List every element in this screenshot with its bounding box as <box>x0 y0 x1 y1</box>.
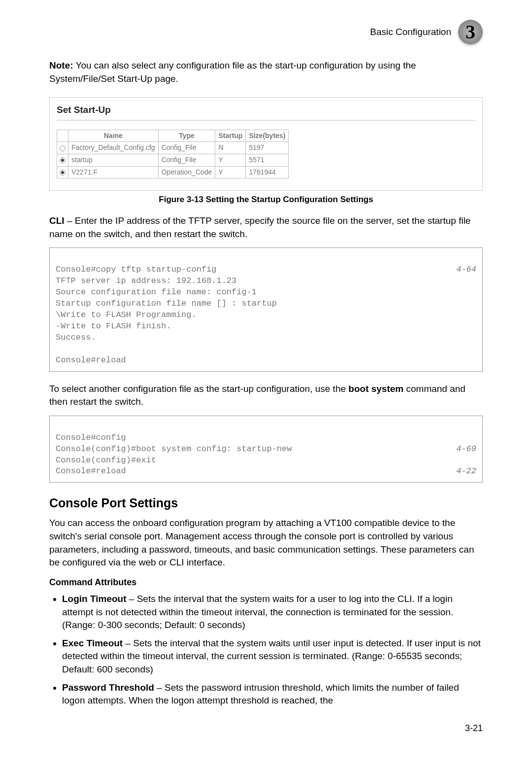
cell-type: Operation_Code <box>158 166 215 178</box>
page-header: Basic Configuration 3 <box>49 20 483 44</box>
code-text: Console#config <box>56 433 126 442</box>
cell-type: Config_File <box>158 154 215 166</box>
cell-size: 5197 <box>246 142 289 154</box>
attr-text: – Sets the interval that the system wait… <box>62 638 481 674</box>
cell-size: 5571 <box>246 154 289 166</box>
radio-icon <box>60 157 66 163</box>
startup-file-table: Name Type Startup Size(bytes) Factory_De… <box>57 130 289 178</box>
header-title: Basic Configuration <box>370 26 451 39</box>
table-row: V2271.FOperation_CodeY1761944 <box>57 166 289 178</box>
set-startup-panel: Set Start-Up Name Type Startup Size(byte… <box>49 97 483 191</box>
code-text: Console(config)#exit <box>56 456 156 465</box>
panel-title: Set Start-Up <box>57 104 475 117</box>
code-ref: 4-22 <box>456 466 476 477</box>
table-header-name: Name <box>68 130 159 142</box>
cell-name: Factory_Default_Config.cfg <box>68 142 159 154</box>
cell-name: startup <box>68 154 159 166</box>
table-header-startup: Startup <box>215 130 246 142</box>
list-item: Exec Timeout – Sets the interval that th… <box>62 637 483 676</box>
mid-before: To select another configuration file as … <box>49 384 348 394</box>
startup-radio[interactable] <box>57 154 68 166</box>
command-attributes-heading: Command Attributes <box>49 576 483 589</box>
list-item: Login Timeout – Sets the interval that t… <box>62 593 483 632</box>
code-text: Console#reload <box>56 466 126 477</box>
code-body: TFTP server ip address: 192.168.1.23 Sou… <box>56 276 277 365</box>
table-row: Factory_Default_Config.cfgConfig_FileN51… <box>57 142 289 154</box>
cell-startup: Y <box>215 154 246 166</box>
section-paragraph: You can access the onboard configuration… <box>49 517 483 569</box>
startup-radio[interactable] <box>57 166 68 178</box>
cell-size: 1761944 <box>246 166 289 178</box>
cli-intro: CLI – Enter the IP address of the TFTP s… <box>49 214 483 241</box>
code-text: Console(config)#boot system config: star… <box>56 444 292 455</box>
code-ref: 4-64 <box>456 264 476 276</box>
note-label: Note: <box>49 60 73 70</box>
code-text: Console#copy tftp startup-config <box>56 264 216 276</box>
note-text: You can also select any configuration fi… <box>49 60 416 84</box>
chapter-badge-icon: 3 <box>458 20 483 44</box>
section-heading: Console Port Settings <box>49 494 483 512</box>
mid-bold: boot system <box>348 384 403 394</box>
page-number: 3-21 <box>49 722 483 735</box>
cell-type: Config_File <box>158 142 215 154</box>
table-header-size: Size(bytes) <box>246 130 289 142</box>
code-block-1: Console#copy tftp startup-config4-64TFTP… <box>49 247 483 371</box>
cli-text: – Enter the IP address of the TFTP serve… <box>49 215 470 239</box>
mid-paragraph: To select another configuration file as … <box>49 383 483 409</box>
cell-startup: N <box>215 142 246 154</box>
radio-icon <box>60 145 66 151</box>
figure-caption: Figure 3-13 Setting the Startup Configur… <box>49 194 483 206</box>
table-header-type: Type <box>158 130 215 142</box>
cell-name: V2271.F <box>68 166 159 178</box>
radio-icon <box>60 170 66 176</box>
table-header-row: Name Type Startup Size(bytes) <box>57 130 289 142</box>
command-attributes-list: Login Timeout – Sets the interval that t… <box>49 593 483 707</box>
attr-label: Login Timeout <box>62 594 127 604</box>
table-row: startupConfig_FileY5571 <box>57 154 289 166</box>
startup-radio[interactable] <box>57 142 68 154</box>
attr-label: Password Threshold <box>62 682 154 693</box>
cli-label: CLI <box>49 215 65 226</box>
cell-startup: Y <box>215 166 246 178</box>
code-block-2: Console#config Console(config)#boot syst… <box>49 416 483 483</box>
table-header-radio <box>57 130 68 142</box>
attr-label: Exec Timeout <box>62 638 123 648</box>
code-ref: 4-69 <box>456 444 476 455</box>
list-item: Password Threshold – Sets the password i… <box>62 681 483 707</box>
note-paragraph: Note: You can also select any configurat… <box>49 59 483 85</box>
